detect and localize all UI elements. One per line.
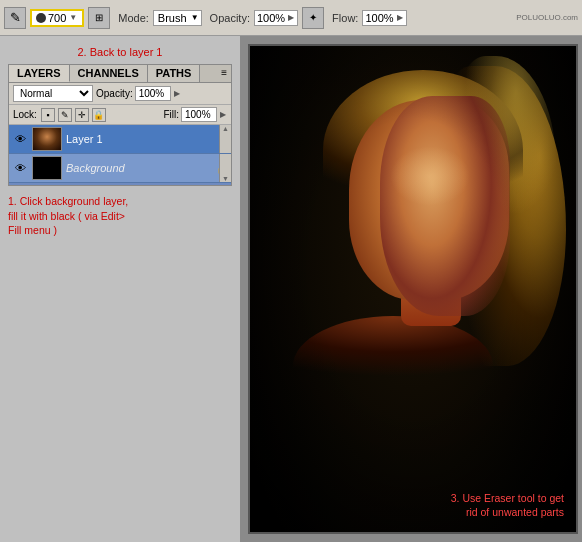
layer1-thumbnail [32, 127, 62, 151]
scroll-down-arrow[interactable]: ▼ [222, 175, 229, 182]
panel-menu-icon[interactable]: ≡ [217, 65, 231, 82]
mode-label: Mode: [118, 12, 149, 24]
brush-size-box[interactable]: 700 ▼ [30, 9, 84, 27]
blend-opacity-row: Normal Opacity: 100% ▶ [9, 83, 231, 105]
fill-arrow[interactable]: ▶ [219, 110, 227, 119]
bg-visibility-icon[interactable]: 👁 [12, 160, 28, 176]
tab-channels[interactable]: CHANNELS [70, 65, 148, 82]
flow-value: 100% [365, 12, 393, 24]
face-profile [380, 96, 510, 316]
layers-scrollbar-bottom[interactable]: ▼ [219, 154, 231, 182]
instruction-top: 2. Back to layer 1 [8, 46, 232, 58]
opacity-row-label: Opacity: [96, 88, 133, 99]
instruction-bottom-text: 1. Click background layer, fill it with … [8, 195, 128, 236]
photo-frame: 3. Use Eraser tool to get rid of unwante… [248, 44, 578, 534]
fill-label: Fill: [163, 109, 179, 120]
flow-box[interactable]: 100% ▶ [362, 10, 406, 26]
fill-input[interactable]: 100% [181, 107, 217, 122]
mode-dropdown[interactable]: Brush ▼ [153, 10, 202, 26]
lock-fill-row: Lock: ▪ ✎ ✛ 🔒 Fill: 100% ▶ [9, 105, 231, 125]
opacity-value: 100% [257, 12, 285, 24]
opacity-row-arrow[interactable]: ▶ [173, 89, 181, 98]
brush-options-icon[interactable]: ⊞ [88, 7, 110, 29]
flow-label: Flow: [332, 12, 358, 24]
main-area: 2. Back to layer 1 LAYERS CHANNELS PATHS… [0, 36, 582, 542]
layer1-visibility-icon[interactable]: 👁 [12, 131, 28, 147]
layers-tabs: LAYERS CHANNELS PATHS ≡ [9, 65, 231, 83]
lock-transparent-icon[interactable]: ▪ [41, 108, 55, 122]
blend-mode-select[interactable]: Normal [13, 85, 93, 102]
layers-panel: LAYERS CHANNELS PATHS ≡ Normal Opacity: … [8, 64, 232, 186]
brush-size-preview [36, 13, 46, 23]
cheek-highlight [390, 146, 470, 206]
opacity-input[interactable]: 100% [135, 86, 171, 101]
portrait: 3. Use Eraser tool to get rid of unwante… [250, 46, 576, 532]
brush-size-value: 700 [48, 12, 66, 24]
mode-arrow: ▼ [191, 13, 199, 22]
lock-label: Lock: [13, 109, 37, 120]
left-panel: 2. Back to layer 1 LAYERS CHANNELS PATHS… [0, 36, 240, 542]
watermark: POLUOLUO.com [516, 13, 578, 23]
layer1-name: Layer 1 [66, 133, 228, 145]
canvas-area: 3. Use Eraser tool to get rid of unwante… [240, 36, 582, 542]
opacity-box[interactable]: 100% ▶ [254, 10, 298, 26]
lock-move-icon[interactable]: ✛ [75, 108, 89, 122]
brush-tool-icon[interactable]: ✎ [4, 7, 26, 29]
watermark-text: POLUOLUO.com [516, 13, 578, 23]
canvas-instruction: 3. Use Eraser tool to get rid of unwante… [451, 491, 564, 520]
toolbar: ✎ 700 ▼ ⊞ Mode: Brush ▼ Opacity: 100% ▶ … [0, 0, 582, 36]
brush-size-arrow[interactable]: ▼ [68, 13, 78, 22]
tab-paths[interactable]: PATHS [148, 65, 201, 82]
opacity-row: Opacity: 100% ▶ [96, 86, 181, 101]
lock-all-icon[interactable]: 🔒 [92, 108, 106, 122]
lock-icons: ▪ ✎ ✛ 🔒 [41, 108, 106, 122]
opacity-arrow[interactable]: ▶ [287, 13, 295, 22]
layer-item-layer1[interactable]: 👁 Layer 1 ▲ [9, 125, 231, 154]
scroll-up-arrow[interactable]: ▲ [222, 125, 229, 132]
layer-item-background[interactable]: 👁 Background 🔒 ▼ [9, 154, 231, 183]
bg-layer-name: Background [66, 162, 216, 174]
airbrush-icon[interactable]: ✦ [302, 7, 324, 29]
instruction-bottom: 1. Click background layer, fill it with … [8, 194, 232, 238]
fill-row: Fill: 100% ▶ [163, 107, 227, 122]
lock-paint-icon[interactable]: ✎ [58, 108, 72, 122]
tab-layers[interactable]: LAYERS [9, 65, 70, 82]
flow-arrow[interactable]: ▶ [396, 13, 404, 22]
bg-thumbnail [32, 156, 62, 180]
layers-scrollbar[interactable]: ▲ [219, 125, 231, 153]
mode-value: Brush [158, 12, 187, 24]
layers-list: 👁 Layer 1 ▲ 👁 [9, 125, 231, 185]
opacity-label: Opacity: [210, 12, 250, 24]
